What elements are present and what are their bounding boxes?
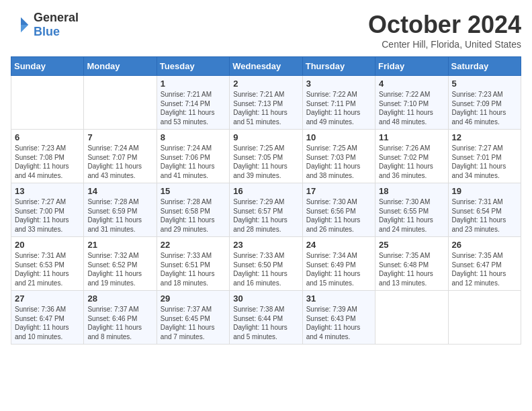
calendar-cell: 7Sunrise: 7:24 AM Sunset: 7:07 PM Daylig… [84,130,157,183]
day-of-week-header: Tuesday [157,57,229,76]
calendar-cell: 15Sunrise: 7:28 AM Sunset: 6:58 PM Dayli… [157,183,229,237]
day-info: Sunrise: 7:28 AM Sunset: 6:58 PM Dayligh… [161,197,226,234]
day-number: 13 [15,186,80,196]
logo-icon [11,15,31,35]
calendar-header-row: SundayMondayTuesdayWednesdayThursdayFrid… [11,57,521,76]
day-info: Sunrise: 7:24 AM Sunset: 7:06 PM Dayligh… [161,144,226,180]
day-of-week-header: Sunday [11,57,84,76]
day-of-week-header: Monday [84,57,157,76]
calendar-cell: 14Sunrise: 7:28 AM Sunset: 6:59 PM Dayli… [84,183,157,237]
day-info: Sunrise: 7:26 AM Sunset: 7:02 PM Dayligh… [379,144,444,180]
calendar-cell: 1Sunrise: 7:21 AM Sunset: 7:14 PM Daylig… [157,76,229,130]
calendar-cell: 9Sunrise: 7:25 AM Sunset: 7:05 PM Daylig… [230,130,302,183]
location: Center Hill, Florida, United States [368,39,521,50]
calendar-cell: 27Sunrise: 7:36 AM Sunset: 6:47 PM Dayli… [11,291,84,345]
day-info: Sunrise: 7:35 AM Sunset: 6:48 PM Dayligh… [379,251,444,287]
calendar-cell: 21Sunrise: 7:32 AM Sunset: 6:52 PM Dayli… [84,237,157,291]
calendar-cell: 22Sunrise: 7:33 AM Sunset: 6:51 PM Dayli… [157,237,229,291]
day-of-week-header: Thursday [302,57,375,76]
calendar-cell: 16Sunrise: 7:29 AM Sunset: 6:57 PM Dayli… [230,183,302,237]
day-info: Sunrise: 7:39 AM Sunset: 6:43 PM Dayligh… [306,305,371,341]
calendar-cell: 30Sunrise: 7:38 AM Sunset: 6:44 PM Dayli… [230,291,302,345]
svg-marker-0 [21,17,28,25]
calendar-cell: 20Sunrise: 7:31 AM Sunset: 6:53 PM Dayli… [11,237,84,291]
day-info: Sunrise: 7:23 AM Sunset: 7:09 PM Dayligh… [452,90,517,126]
day-of-week-header: Friday [375,57,448,76]
logo: General Blue [11,11,79,39]
day-number: 5 [452,79,517,89]
calendar-cell: 10Sunrise: 7:25 AM Sunset: 7:03 PM Dayli… [302,130,375,183]
calendar-cell: 17Sunrise: 7:30 AM Sunset: 6:56 PM Dayli… [302,183,375,237]
month-title: October 2024 [368,11,521,39]
day-number: 16 [233,186,298,196]
day-number: 4 [379,79,444,89]
logo-text-general: General [34,11,79,24]
page-header: General Blue October 2024 Center Hill, F… [11,11,521,50]
day-number: 7 [87,132,152,142]
day-number: 11 [379,132,444,142]
day-number: 25 [379,240,444,250]
day-number: 9 [233,132,298,142]
calendar-cell: 11Sunrise: 7:26 AM Sunset: 7:02 PM Dayli… [375,130,448,183]
day-info: Sunrise: 7:30 AM Sunset: 6:56 PM Dayligh… [306,197,371,234]
day-number: 18 [379,186,444,196]
day-info: Sunrise: 7:37 AM Sunset: 6:46 PM Dayligh… [87,305,152,341]
day-number: 2 [233,79,298,89]
day-number: 20 [15,240,80,250]
day-number: 23 [233,240,298,250]
calendar-cell: 31Sunrise: 7:39 AM Sunset: 6:43 PM Dayli… [302,291,375,345]
day-number: 3 [306,79,371,89]
day-info: Sunrise: 7:23 AM Sunset: 7:08 PM Dayligh… [15,144,80,180]
day-info: Sunrise: 7:27 AM Sunset: 7:01 PM Dayligh… [452,144,517,180]
day-info: Sunrise: 7:31 AM Sunset: 6:54 PM Dayligh… [452,197,517,234]
day-info: Sunrise: 7:21 AM Sunset: 7:14 PM Dayligh… [161,90,226,126]
calendar-week-row: 27Sunrise: 7:36 AM Sunset: 6:47 PM Dayli… [11,291,521,345]
day-number: 10 [306,132,371,142]
svg-marker-1 [21,25,28,32]
day-info: Sunrise: 7:34 AM Sunset: 6:49 PM Dayligh… [306,251,371,287]
day-info: Sunrise: 7:27 AM Sunset: 7:00 PM Dayligh… [15,197,80,234]
day-info: Sunrise: 7:25 AM Sunset: 7:05 PM Dayligh… [233,144,298,180]
calendar-cell: 5Sunrise: 7:23 AM Sunset: 7:09 PM Daylig… [448,76,521,130]
calendar-cell: 8Sunrise: 7:24 AM Sunset: 7:06 PM Daylig… [157,130,229,183]
day-number: 6 [15,132,80,142]
logo-text-blue: Blue [34,25,60,38]
day-info: Sunrise: 7:31 AM Sunset: 6:53 PM Dayligh… [15,251,80,287]
calendar-cell [11,76,84,130]
day-number: 28 [87,293,152,304]
day-number: 14 [87,186,152,196]
day-info: Sunrise: 7:33 AM Sunset: 6:51 PM Dayligh… [161,251,226,287]
day-number: 22 [161,240,226,250]
title-section: October 2024 Center Hill, Florida, Unite… [368,11,521,50]
calendar-table: SundayMondayTuesdayWednesdayThursdayFrid… [11,56,521,345]
day-number: 29 [161,293,226,304]
day-info: Sunrise: 7:22 AM Sunset: 7:10 PM Dayligh… [379,90,444,126]
calendar-cell [448,291,521,345]
day-info: Sunrise: 7:24 AM Sunset: 7:07 PM Dayligh… [87,144,152,180]
calendar-cell: 6Sunrise: 7:23 AM Sunset: 7:08 PM Daylig… [11,130,84,183]
calendar-cell: 29Sunrise: 7:37 AM Sunset: 6:45 PM Dayli… [157,291,229,345]
day-number: 31 [306,293,371,304]
day-info: Sunrise: 7:32 AM Sunset: 6:52 PM Dayligh… [87,251,152,287]
day-info: Sunrise: 7:33 AM Sunset: 6:50 PM Dayligh… [233,251,298,287]
calendar-week-row: 1Sunrise: 7:21 AM Sunset: 7:14 PM Daylig… [11,76,521,130]
calendar-cell: 18Sunrise: 7:30 AM Sunset: 6:55 PM Dayli… [375,183,448,237]
calendar-cell [375,291,448,345]
calendar-cell: 26Sunrise: 7:35 AM Sunset: 6:47 PM Dayli… [448,237,521,291]
calendar-cell: 4Sunrise: 7:22 AM Sunset: 7:10 PM Daylig… [375,76,448,130]
day-info: Sunrise: 7:21 AM Sunset: 7:13 PM Dayligh… [233,90,298,126]
day-number: 15 [161,186,226,196]
calendar-week-row: 6Sunrise: 7:23 AM Sunset: 7:08 PM Daylig… [11,130,521,183]
calendar-cell: 13Sunrise: 7:27 AM Sunset: 7:00 PM Dayli… [11,183,84,237]
calendar-cell: 24Sunrise: 7:34 AM Sunset: 6:49 PM Dayli… [302,237,375,291]
calendar-cell [84,76,157,130]
day-info: Sunrise: 7:29 AM Sunset: 6:57 PM Dayligh… [233,197,298,234]
calendar-cell: 19Sunrise: 7:31 AM Sunset: 6:54 PM Dayli… [448,183,521,237]
day-number: 8 [161,132,226,142]
calendar-cell: 12Sunrise: 7:27 AM Sunset: 7:01 PM Dayli… [448,130,521,183]
day-number: 19 [452,186,517,196]
calendar-cell: 3Sunrise: 7:22 AM Sunset: 7:11 PM Daylig… [302,76,375,130]
day-info: Sunrise: 7:38 AM Sunset: 6:44 PM Dayligh… [233,305,298,341]
day-number: 30 [233,293,298,304]
calendar-cell: 23Sunrise: 7:33 AM Sunset: 6:50 PM Dayli… [230,237,302,291]
